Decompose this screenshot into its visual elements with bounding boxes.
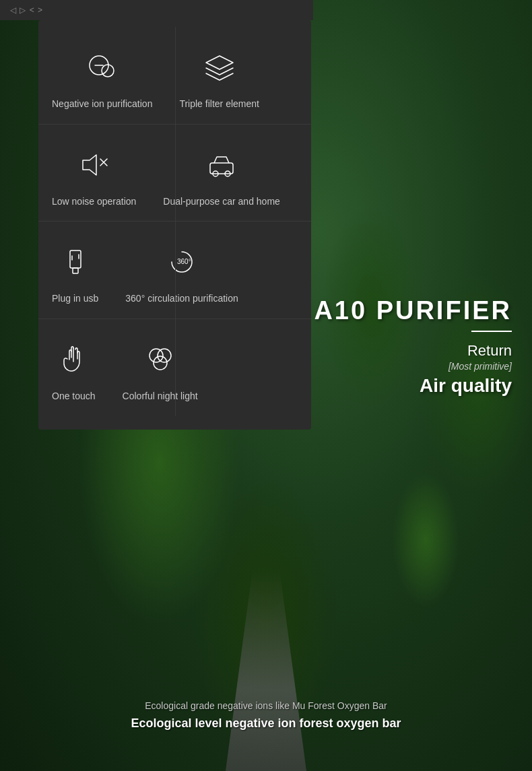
feature-dual-purpose: Dual-purpose car and home <box>149 125 294 222</box>
circulation-label: 360° circulation purification <box>125 292 238 306</box>
primitive-label: [Most primitive] <box>314 361 512 372</box>
feature-circulation: 360° 360° circulation purification <box>112 222 251 319</box>
breadcrumb: ◁ ▷ < > <box>10 5 43 15</box>
svg-point-2 <box>102 65 114 77</box>
return-label: Return <box>314 342 512 360</box>
dual-purpose-label: Dual-purpose car and home <box>163 195 280 209</box>
product-title: A10 PURIFIER <box>314 296 512 325</box>
air-quality-label: Air quality <box>314 375 512 397</box>
svg-point-15 <box>149 349 163 362</box>
vertical-divider-1 <box>175 27 176 125</box>
vertical-divider-2 <box>175 125 176 222</box>
feature-one-touch: One touch <box>38 319 109 417</box>
features-panel: Negative ion purification Triple filter … <box>38 20 311 430</box>
svg-point-16 <box>158 349 171 362</box>
one-touch-label: One touch <box>52 390 96 403</box>
bottom-title: Ecological level negative ion forest oxy… <box>0 716 532 731</box>
negative-ion-icon <box>82 47 123 88</box>
vertical-divider-4 <box>175 319 176 417</box>
svg-text:360°: 360° <box>177 258 191 265</box>
svg-marker-3 <box>206 56 233 69</box>
bottom-content: Ecological grade negative ions like Mu F… <box>0 700 532 731</box>
svg-marker-4 <box>83 155 96 175</box>
product-info: A10 PURIFIER Return [Most primitive] Air… <box>314 296 512 397</box>
feature-triple-filter: Triple filter element <box>166 27 273 125</box>
dual-purpose-icon <box>201 145 242 185</box>
negative-ion-label: Negative ion purification <box>52 98 152 111</box>
night-light-label: Colorful night light <box>123 390 198 403</box>
low-noise-icon <box>74 145 114 185</box>
feature-low-noise: Low noise operation <box>38 125 149 222</box>
triple-filter-label: Triple filter element <box>179 98 259 111</box>
vertical-divider-3 <box>175 222 176 319</box>
circulation-icon: 360° <box>162 242 202 282</box>
svg-rect-11 <box>73 268 78 273</box>
title-underline <box>471 331 512 332</box>
plug-usb-icon <box>55 242 96 282</box>
feature-negative-ion: Negative ion purification <box>38 27 166 125</box>
low-noise-label: Low noise operation <box>52 195 136 209</box>
feature-night-light: Colorful night light <box>109 319 211 417</box>
one-touch-icon <box>53 339 94 380</box>
bottom-subtitle: Ecological grade negative ions like Mu F… <box>0 700 532 711</box>
top-navigation-bar: ◁ ▷ < > <box>0 0 313 20</box>
svg-point-17 <box>154 356 167 370</box>
features-grid: Negative ion purification Triple filter … <box>38 27 311 416</box>
feature-plug-usb: Plug in usb <box>38 222 112 319</box>
triple-filter-icon <box>199 47 240 88</box>
plug-usb-label: Plug in usb <box>52 292 98 306</box>
